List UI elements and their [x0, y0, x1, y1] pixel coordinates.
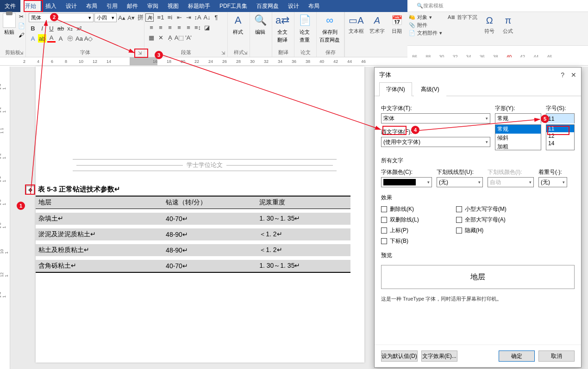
data-table[interactable]: 地层钻速（转/分）泥浆重度 杂填土↵40-70↵1. 30～1. 35↵ 淤泥及… [36, 196, 350, 273]
justify-icon[interactable]: ≡ [175, 23, 183, 31]
text-direction-icon[interactable]: ↕A [194, 13, 202, 21]
chk-strike[interactable]: 删除线(K) [381, 205, 419, 213]
translate-button[interactable]: a⇄全文翻译 [275, 13, 290, 43]
multilevel-icon[interactable]: ≡i [166, 13, 174, 21]
bullets-icon[interactable]: ≡· [147, 13, 156, 21]
chk-smallcaps[interactable]: 小型大写字母(M) [456, 205, 507, 213]
symbol-button[interactable]: Ω符号 [483, 14, 496, 35]
text-effects-button[interactable]: 文字效果(E)... [421, 351, 457, 362]
wordart-button[interactable]: A艺术字 [369, 14, 385, 35]
tab-mailings[interactable]: 邮件 [122, 0, 143, 12]
emphasis-combo[interactable]: (无)▾ [538, 177, 567, 187]
font-color-icon[interactable]: A [47, 34, 56, 43]
attachment-button[interactable]: 📎 附件 [409, 22, 442, 29]
clipboard-dialog-launcher[interactable]: ⇲ [18, 49, 25, 56]
font-size-combo[interactable]: 小四▾ [94, 13, 117, 22]
docparts-button[interactable]: 📄 文档部件 ▾ [409, 30, 442, 37]
dialog-titlebar[interactable]: 字体 ? ✕ [375, 68, 581, 82]
shading-icon[interactable]: ◪ [203, 23, 211, 31]
paste-button[interactable]: 粘贴 [3, 13, 16, 36]
italic-icon[interactable]: I [38, 24, 46, 32]
format-painter-icon[interactable]: 🖌 [18, 31, 25, 39]
subscript-icon[interactable]: x₂ [66, 24, 74, 32]
tab-references[interactable]: 引用 [102, 0, 122, 12]
enclose-icon[interactable]: ㊥ [66, 34, 74, 43]
styles-button[interactable]: A样式 [231, 13, 245, 36]
tab-heading-helper[interactable]: 标题助手 [183, 0, 215, 12]
sort-icon[interactable]: A↓ [203, 13, 211, 21]
increase-indent-icon[interactable]: ⇥ [184, 13, 193, 21]
tab-layout[interactable]: 布局 [81, 0, 102, 12]
set-default-button[interactable]: 设为默认值(D) [381, 351, 418, 362]
textbox-button[interactable]: ▭A文本框 [349, 14, 364, 35]
vertical-ruler[interactable]: 1 4 1 1 2 1 1 1 1 2 1 1 4 1 1 6 1 1 8 1 … [0, 67, 10, 369]
text-effects-icon[interactable]: A [29, 34, 37, 43]
tab-insert[interactable]: 插入 [41, 0, 61, 12]
char-shading-icon[interactable]: A [56, 34, 65, 43]
table-row[interactable]: 粘土及粉质粘土↵48-90↵＜1. 2↵ [36, 244, 350, 256]
cancel-button[interactable]: 取消 [538, 351, 575, 362]
x4-icon[interactable]: 'A' [184, 33, 193, 42]
shrink-font-icon[interactable]: A▾ [127, 13, 135, 22]
tab-review[interactable]: 审阅 [143, 0, 163, 12]
cut-icon[interactable]: ✂ [18, 13, 25, 20]
search-templates-input[interactable]: 🔍 搜索模板 [407, 0, 588, 12]
x1-icon[interactable]: ✕ [156, 33, 165, 42]
distribute-icon[interactable]: ≡ [184, 23, 193, 31]
help-icon[interactable]: ? [561, 71, 564, 79]
style-input[interactable]: 常规 [495, 113, 541, 123]
line-spacing-icon[interactable]: ≡↕ [194, 23, 202, 31]
tab-table-design[interactable]: 设计 [283, 0, 304, 12]
highlight-icon[interactable]: ab [38, 34, 46, 43]
tab-home[interactable]: 开始 [20, 0, 41, 12]
underline-style-combo[interactable]: (无)▾ [437, 177, 483, 187]
table-move-handle[interactable]: ✥ [26, 186, 34, 194]
dialog-tab-font[interactable]: 字体(N) [379, 82, 412, 96]
table-row[interactable]: 含角砾粘土↵40-70↵1. 30～1. 35↵ [36, 260, 350, 272]
tab-pdf-tools[interactable]: PDF工具集 [215, 0, 252, 12]
thesis-check-button[interactable]: 📄论文查重 [297, 13, 312, 43]
bold-icon[interactable]: B [29, 24, 37, 32]
cn-font-combo[interactable]: 宋体▾ [381, 113, 490, 123]
size-listbox[interactable]: 11 12 14 [546, 124, 575, 150]
size-input[interactable]: 11 [546, 113, 575, 123]
tab-file[interactable]: 文件 [0, 0, 20, 12]
change-case-icon[interactable]: Aa [75, 34, 83, 43]
chk-subscript[interactable]: 下标(B) [381, 237, 419, 245]
west-font-combo[interactable]: (使用中文字体)▾ [381, 137, 490, 147]
date-button[interactable]: 📅日期 [390, 14, 403, 35]
tab-table-layout[interactable]: 布局 [304, 0, 324, 12]
style-listbox[interactable]: 常规 倾斜 加粗 [495, 124, 541, 150]
phonetic-icon[interactable]: 拼 [136, 13, 144, 22]
paragraph-dialog-launcher[interactable]: ⇲ [220, 49, 226, 56]
copy-icon[interactable]: 📄 [18, 22, 25, 30]
underline-icon[interactable]: U [47, 24, 56, 32]
formula-button[interactable]: π公式 [501, 14, 514, 35]
tab-view[interactable]: 视图 [163, 0, 183, 12]
align-center-icon[interactable]: ≡ [156, 23, 165, 31]
close-icon[interactable]: ✕ [571, 71, 576, 79]
grow-font-icon[interactable]: A▴ [118, 13, 126, 22]
chk-allcaps[interactable]: 全部大写字母(A) [456, 216, 507, 224]
chk-dblstrike[interactable]: 双删除线(L) [381, 216, 419, 224]
ok-button[interactable]: 确定 [499, 351, 535, 362]
font-color-combo[interactable]: ▾ [381, 177, 432, 187]
chk-hidden[interactable]: 隐藏(H) [456, 227, 507, 234]
clear-format-icon[interactable]: A◇ [84, 34, 93, 43]
object-button[interactable]: 🍋 对象 ▾ [409, 14, 442, 21]
editing-button[interactable]: 🔍编辑 [253, 13, 268, 36]
font-name-combo[interactable]: 黑体▾ [29, 13, 94, 22]
tab-baidu[interactable]: 百度网盘 [252, 0, 283, 12]
decrease-indent-icon[interactable]: ⇤ [175, 13, 183, 21]
align-right-icon[interactable]: ≡ [166, 23, 174, 31]
styles-dialog-launcher[interactable]: ⇲ [242, 49, 249, 56]
chk-superscript[interactable]: 上标(P) [381, 227, 419, 234]
numbering-icon[interactable]: ≡1 [156, 13, 165, 21]
show-marks-icon[interactable]: ¶ [212, 13, 220, 21]
strikethrough-icon[interactable]: ab [56, 24, 65, 32]
table-row[interactable]: 杂填土↵40-70↵1. 30～1. 35↵ [36, 213, 350, 225]
x2-icon[interactable]: Ạ [166, 33, 174, 42]
dialog-tab-advanced[interactable]: 高级(V) [414, 82, 446, 96]
align-left-icon[interactable]: ≡ [147, 23, 156, 31]
borders-icon[interactable]: ▦ [147, 33, 156, 42]
